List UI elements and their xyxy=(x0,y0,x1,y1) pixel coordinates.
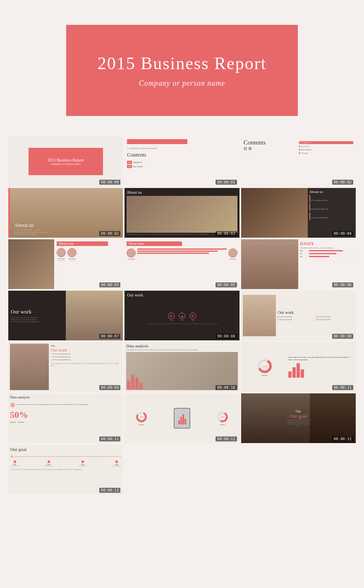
svg-text:10%: 10% xyxy=(262,365,267,368)
timestamp-6: 00:00:05 xyxy=(99,282,120,287)
slide15-title: Data analysis xyxy=(10,395,121,399)
grid-row-7: Our goal ✈ 2011 Lorem ipsum text 2012 Lo… xyxy=(8,445,356,494)
hero-title: 2015 Business Report xyxy=(98,53,267,73)
thumb-8[interactable]: DASIY Lorem ipsum dolor sit amet consect… xyxy=(241,239,356,289)
svg-text:10%: 10% xyxy=(139,416,144,418)
slide17-goal: Our goal xyxy=(286,413,311,419)
timestamp-3: 00:00:02 xyxy=(99,231,120,236)
slide12-desc: Lorem ipsum dolor sit amet, consectetur … xyxy=(51,363,120,366)
timestamp-13: 00:00:10 xyxy=(216,385,237,390)
slide4-title: About us xyxy=(127,190,237,195)
slide11-title: Our work xyxy=(278,310,354,315)
grid-row-4: Our work Lorem ipsum dolor sit amet, con… xyxy=(8,291,356,340)
timestamp-9: 00:00:07 xyxy=(99,334,120,339)
slide17-our: Our xyxy=(286,410,311,413)
slide18-desc: Lorem ipsum dolor sit amet, consectetur … xyxy=(10,469,121,471)
svg-text:10%: 10% xyxy=(220,416,225,418)
hero-subtitle: Company or person name xyxy=(139,79,225,88)
slide9-title: Our work xyxy=(11,308,40,315)
thumb-15[interactable]: Data analysis ⊕ Lorem ipsum dolor sit am… xyxy=(8,393,123,443)
slide2-m03: Data analysis xyxy=(301,149,312,151)
timestamp-12: 00:00:09 xyxy=(99,385,120,390)
thumb-0[interactable]: 2015 Business Report Company or person n… xyxy=(8,137,123,186)
timestamp-5: 00:00:04 xyxy=(332,231,353,236)
slide2-m01: 01 About us xyxy=(300,142,310,144)
thumb-1[interactable]: Company or person name Contents 01 About… xyxy=(125,137,239,186)
timestamp-1: 00:00:01 xyxy=(216,180,237,185)
hero-card: 2015 Business Report Company or person n… xyxy=(66,25,298,116)
slide6-header: About team xyxy=(57,241,108,246)
slide13-desc: Lorem ipsum dolor sit amet, consectetur … xyxy=(126,349,237,351)
thumb-11[interactable]: Our work Text here lorem ipsum Text here… xyxy=(241,291,356,340)
thumb-16[interactable]: 10% Text here xyxy=(125,393,239,443)
grid-row-5: Our Our work •Text here lorem ipsum dolo… xyxy=(8,342,356,392)
timestamp-10: 00:00:08 xyxy=(216,334,237,339)
slide2-m04: Our goal xyxy=(301,152,308,154)
timestamp-16: 00:00:11 xyxy=(216,436,237,441)
timestamp-17: 00:00:12 xyxy=(332,436,353,441)
timestamp-0: 00:00:00 xyxy=(99,180,120,185)
slide5-title: About us xyxy=(309,190,354,194)
timestamp-11: 00:00:08 xyxy=(332,334,353,339)
grid-row-3: About team Your name Your position Your … xyxy=(8,239,356,289)
slide1-contents: Contents xyxy=(127,152,146,158)
thumb-6[interactable]: About team Your name Your position Your … xyxy=(8,239,123,289)
thumb-5[interactable]: About us 01 Lorem ipsum dolor sit 02 con… xyxy=(241,188,356,238)
slide3-desc: Lorem ipsum dolor sit amet, consectetur … xyxy=(14,229,47,235)
timestamp-15: 00:00:11 xyxy=(99,436,120,441)
slide2-jp: 目 录 xyxy=(244,146,298,152)
slide17-desc: Lorem ipsum dolor sit amet, consectetur … xyxy=(286,419,311,427)
grid-row-6: Data analysis ⊕ Lorem ipsum dolor sit am… xyxy=(8,393,356,443)
slide10-title: Our work xyxy=(127,293,143,297)
slide3-title: About us xyxy=(14,222,47,229)
thumb-18[interactable]: Our goal ✈ 2011 Lorem ipsum text 2012 Lo… xyxy=(8,445,123,494)
timestamp-7: 00:00:05 xyxy=(216,282,237,287)
slide2-m02: Our work xyxy=(301,145,309,147)
thumb-4[interactable]: About us Lorem ipsum dolor sit amet, con… xyxy=(125,188,239,238)
slide2-contents: Contents xyxy=(244,139,298,146)
timestamp-14: 00:00:11 xyxy=(332,385,353,390)
thumb-2[interactable]: Contents 目 录 01 About us Our work Data a… xyxy=(241,137,356,186)
slide8-name: DASIY xyxy=(300,241,354,246)
thumb-9[interactable]: Our work Lorem ipsum dolor sit amet, con… xyxy=(8,291,123,340)
slide0-subtitle: Company or person name xyxy=(50,162,81,166)
slide14-desc: Lorem ipsum dolor sit amet, consectetur … xyxy=(288,356,354,360)
timestamp-18: 00:00:13 xyxy=(99,488,120,493)
slide12-work: Our work xyxy=(51,348,120,352)
slide1-menu01: About us xyxy=(133,161,142,164)
thumb-14[interactable]: 10% Text here Lorem ipsum dolor sit amet… xyxy=(241,342,356,392)
grid-row-2: About us Lorem ipsum dolor sit amet, con… xyxy=(8,188,356,238)
thumb-3[interactable]: About us Lorem ipsum dolor sit amet, con… xyxy=(8,188,123,238)
slide1-company: Company or person name xyxy=(127,147,157,150)
slide10-desc: Lorem ipsum dolor sit amet, consectetur … xyxy=(146,323,218,325)
slide0-title: 2015 Business Report xyxy=(48,158,84,162)
thumb-7[interactable]: About team Your name Your name xyxy=(125,239,239,289)
grid-row-1: 2015 Business Report Company or person n… xyxy=(8,137,356,186)
slide13-title: Data analysis xyxy=(126,344,237,348)
thumb-12[interactable]: Our Our work •Text here lorem ipsum dolo… xyxy=(8,342,123,392)
timestamp-4: 00:00:03 xyxy=(216,231,237,236)
slide1-menu02: Our work xyxy=(133,165,142,168)
slide15-desc: Lorem ipsum dolor sit amet, consectetur … xyxy=(17,404,89,406)
slide18-title: Our goal xyxy=(10,447,121,452)
slide9-desc: Lorem ipsum dolor sit amet, consectetur … xyxy=(11,316,40,323)
slide7-header: About team xyxy=(127,241,182,246)
thumb-10[interactable]: Our work ⊕ Icon ☁ Icon xyxy=(125,291,239,340)
thumbnail-grid: 2015 Business Report Company or person n… xyxy=(0,133,364,504)
timestamp-8: 00:00:06 xyxy=(332,282,353,287)
thumb-13[interactable]: Data analysis Lorem ipsum dolor sit amet… xyxy=(125,342,239,392)
timestamp-2: 00:00:02 xyxy=(332,180,353,185)
hero-section: 2015 Business Report Company or person n… xyxy=(0,0,364,133)
thumb-17[interactable]: Our Our goal Lorem ipsum dolor sit amet,… xyxy=(241,393,356,443)
